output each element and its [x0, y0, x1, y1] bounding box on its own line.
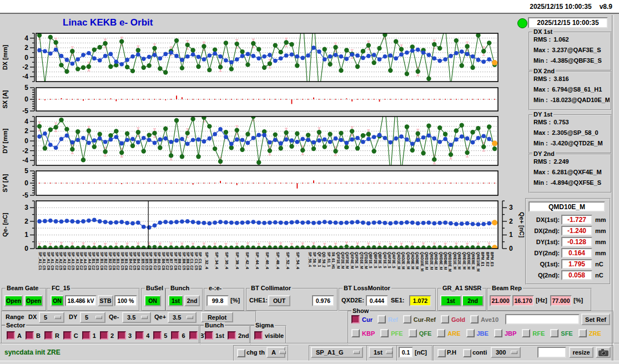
sector-checkbox-4[interactable]	[135, 331, 144, 340]
monitor-row-value: -1.727	[561, 215, 592, 225]
chg-th-checkbox[interactable]	[237, 349, 245, 357]
svg-text:QTD1E_M: QTD1E_M	[359, 252, 364, 269]
sector-item-2[interactable]: 2	[100, 331, 114, 340]
sector-item-R[interactable]: R	[44, 331, 59, 340]
show-checkbox-RFE[interactable]	[522, 329, 530, 337]
fc15-stb-button[interactable]: STB	[98, 295, 113, 306]
sector-checkbox-B[interactable]	[26, 331, 34, 340]
conti-checkbox[interactable]	[463, 349, 471, 357]
show-item-Cur[interactable]: Cur	[351, 315, 373, 323]
svg-text:QXF2E_M: QXF2E_M	[340, 252, 345, 269]
range-qep-select[interactable]: 3.5	[168, 312, 197, 323]
sector-item-5[interactable]: 5	[153, 331, 167, 340]
set-ref-button[interactable]: Set Ref	[581, 314, 610, 325]
sector-checkbox-1[interactable]	[82, 331, 90, 340]
busel-on-button[interactable]: ON	[144, 295, 161, 306]
bunch-2nd-button[interactable]: 2nd	[184, 295, 200, 306]
show-checkbox-Ref[interactable]	[378, 315, 386, 323]
beam-gate-open-button-2[interactable]: Open	[24, 295, 43, 306]
range-qem-select[interactable]: 3.5	[122, 312, 151, 323]
show-item-Ref[interactable]: Ref	[378, 315, 398, 323]
sector-item-B[interactable]: B	[26, 331, 41, 340]
bunch-select-item-1st[interactable]: 1st	[205, 331, 224, 340]
show-item-RFE[interactable]: RFE	[522, 329, 545, 337]
show-item-KBP[interactable]: KBP	[351, 329, 375, 337]
sector-item-4[interactable]: 4	[135, 331, 149, 340]
show-item-JBP[interactable]: JBP	[494, 329, 516, 337]
show-checkbox-Gold[interactable]	[441, 315, 449, 323]
ref-input[interactable]	[505, 314, 580, 325]
free-input[interactable]	[537, 347, 566, 358]
show-item-ARE[interactable]: ARE	[437, 329, 460, 337]
sector-checkbox-R[interactable]	[44, 331, 53, 340]
sigma-checkbox-visible[interactable]	[254, 331, 263, 340]
che1-out-button[interactable]: OUT	[268, 295, 290, 306]
sigma-items: visible	[254, 331, 284, 340]
bunch-select-checkbox-1st[interactable]	[205, 331, 213, 340]
show-checkbox-SFE[interactable]	[550, 329, 558, 337]
acq-box: P.H conti 300 resize	[433, 345, 614, 362]
svg-text:SP_C1_C8: SP_C1_C8	[198, 252, 202, 270]
sector-checkbox-A[interactable]	[7, 331, 15, 340]
count-select[interactable]: 300	[491, 347, 521, 358]
show-item-SFE[interactable]: SFE	[550, 329, 572, 337]
sigma-item-visible[interactable]: visible	[254, 331, 284, 340]
sector-checkbox-BT[interactable]	[189, 331, 198, 340]
show-checkbox-Cur[interactable]	[351, 315, 360, 323]
sector-item-A[interactable]: A	[7, 331, 22, 340]
show-item-Cur-Ref[interactable]: Cur-Ref	[403, 315, 436, 323]
ph-checkbox[interactable]	[437, 349, 446, 357]
resize-button[interactable]: resize	[569, 347, 593, 358]
svg-text:SP_B7_C8: SP_B7_C8	[174, 252, 178, 270]
show-checkbox-QFE[interactable]	[409, 329, 417, 337]
show-item-QFE[interactable]: QFE	[409, 329, 432, 337]
group-title: Bunch	[169, 285, 190, 292]
show-item-JBE[interactable]: JBE	[466, 329, 489, 337]
sector-item-C[interactable]: C	[63, 331, 78, 340]
show-checkbox-Cur-Ref[interactable]	[403, 315, 411, 323]
threshold-input[interactable]: 0.1	[399, 347, 413, 358]
sector-checkbox-2[interactable]	[100, 331, 108, 340]
beam-gate-open-button-1[interactable]: Open	[4, 295, 23, 306]
show-item-ZRE[interactable]: ZRE	[578, 329, 601, 337]
svg-text:SP_C1_C5: SP_C1_C5	[194, 252, 198, 270]
sector-item-1[interactable]: 1	[82, 331, 96, 340]
sector-item-6[interactable]: 6	[171, 331, 185, 340]
bunch-select-checkbox-2nd[interactable]	[228, 331, 236, 340]
group-title: Beam Gate	[6, 285, 39, 292]
bunch-1st-button[interactable]: 1st	[168, 295, 183, 306]
show-item-Ave10[interactable]: Ave10	[470, 315, 499, 323]
orbit-plots: -4-2024DX [mm]-505SX [A]-4-2024DY [mm]-5…	[0, 29, 525, 290]
statusbar-bunch-select[interactable]: 1st	[369, 347, 393, 358]
beam-rep-group: Beam Rep 21.000 16.170 [Hz] 77.000 [%]	[487, 288, 592, 311]
show-checkbox-JBP[interactable]	[494, 329, 502, 337]
snapshot-button[interactable]	[596, 347, 611, 358]
chg-th-select[interactable]: A	[266, 347, 285, 358]
show-checkbox-Ave10[interactable]	[470, 315, 479, 323]
show-item-Gold[interactable]: Gold	[441, 315, 465, 323]
show-checkbox-KBP[interactable]	[351, 329, 360, 337]
show-checkbox-ARE[interactable]	[437, 329, 445, 337]
show-checkbox-PFE[interactable]	[380, 329, 389, 337]
sector-checkbox-C[interactable]	[63, 331, 72, 340]
replot-button[interactable]: Replot	[201, 312, 233, 322]
monitor-row-unit: mm	[595, 239, 606, 245]
bunch-select-item-2nd[interactable]: 2nd	[228, 331, 249, 340]
range-dx-select[interactable]: 5	[39, 312, 64, 323]
show-checkbox-JBE[interactable]	[466, 329, 475, 337]
bunch-1st-box: 1st	[366, 345, 397, 362]
sector-checkbox-3[interactable]	[118, 331, 126, 340]
range-dy-select[interactable]: 5	[80, 312, 105, 323]
fc15-on-button[interactable]: ON	[51, 295, 64, 306]
gr-a1-1st-button[interactable]: 1st	[440, 295, 461, 306]
fc15-group: FC_15 ON 18.486 kV STB 100 %	[47, 288, 140, 311]
show-checkbox-ZRE[interactable]	[578, 329, 587, 337]
sector-checkbox-5[interactable]	[153, 331, 162, 340]
show-item-PFE[interactable]: PFE	[380, 329, 402, 337]
gr-a1-2nd-button[interactable]: 2nd	[462, 295, 484, 306]
sector-checkbox-6[interactable]	[171, 331, 179, 340]
sp-monitor-select[interactable]: SP_A1_G	[311, 347, 363, 358]
svg-text:SP_B1_C5: SP_B1_C5	[95, 252, 99, 270]
svg-text:SP_B8_C8: SP_B8_C8	[186, 252, 190, 270]
sector-item-3[interactable]: 3	[118, 331, 132, 340]
